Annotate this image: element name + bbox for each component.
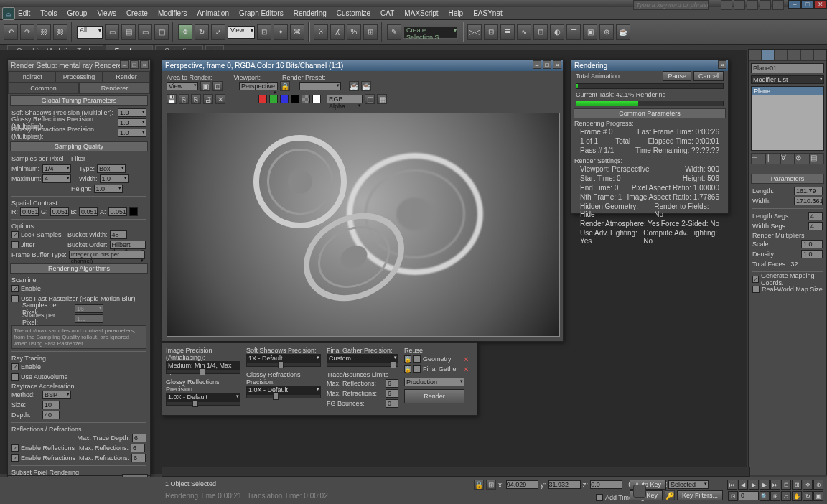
copy-button[interactable]: ⎘ (179, 94, 189, 104)
ss-slider[interactable] (246, 363, 321, 367)
density-spinner[interactable]: 1.0 (801, 250, 823, 258)
help-icon[interactable] (721, 0, 732, 10)
create-tab-icon[interactable] (749, 50, 762, 61)
window-close[interactable]: ✕ (814, 0, 827, 9)
depth-spinner[interactable]: 40 (42, 411, 60, 419)
maxscript-listener[interactable]: Rendering Time 0:00:21 Translation Time:… (165, 492, 328, 500)
nav-icon[interactable]: ✥ (803, 480, 813, 490)
channel-g-button[interactable] (269, 95, 278, 103)
panel-maximize[interactable]: □ (130, 60, 139, 69)
menu-rendering[interactable]: Rendering (294, 9, 327, 17)
vp-pan-button[interactable]: ✋ (792, 491, 802, 501)
save-image-button[interactable]: 💾 (167, 94, 177, 104)
shades-px-spinner[interactable]: 1.0 (75, 314, 103, 323)
contrast-swatch[interactable] (129, 207, 138, 216)
reuse-fg-lock[interactable]: 🔒 (404, 365, 411, 373)
bucket-width-spinner[interactable]: 48 (110, 230, 127, 239)
display-tab-icon[interactable] (800, 50, 813, 61)
length-spinner[interactable]: 161.79 (794, 187, 823, 195)
lock-samples-checkbox[interactable]: ✓ (11, 231, 19, 238)
stack-item-plane[interactable]: Plane (752, 87, 823, 95)
soft-shadows-spinner[interactable]: 1.0 (118, 108, 146, 117)
vp-orbit-button[interactable]: ↻ (803, 491, 813, 501)
menu-maxscript[interactable]: MAXScript (404, 9, 438, 17)
angle-snap-button[interactable]: ∡ (330, 24, 345, 40)
reuse-geom-lock[interactable]: 🔒 (404, 355, 411, 363)
modifier-list-dropdown[interactable]: Modifier List (751, 75, 824, 84)
clear-button[interactable]: ✕ (215, 94, 225, 104)
isolate-button[interactable]: ⊡ (728, 491, 738, 501)
size-spinner[interactable]: 10 (42, 401, 60, 409)
select-name-button[interactable]: ▤ (121, 24, 136, 40)
modify-tab-icon[interactable] (762, 50, 775, 61)
align-button[interactable]: ⊟ (484, 24, 498, 40)
menu-modifiers[interactable]: Modifiers (158, 9, 187, 17)
max-dropdown[interactable]: 4 (42, 174, 71, 183)
menu-easynat[interactable]: EASYnat (473, 9, 503, 17)
menu-group[interactable]: Group (67, 9, 88, 17)
width-spinner[interactable]: 1710.361 (794, 197, 823, 205)
ref-coord-dropdown[interactable]: View (228, 26, 255, 39)
scale-button[interactable]: ⤢ (211, 24, 225, 40)
grp-slider[interactable] (166, 401, 240, 406)
mr-spinner[interactable]: 6 (386, 379, 398, 388)
object-name-input[interactable] (751, 63, 824, 73)
tab-renderer[interactable]: Renderer (79, 83, 150, 94)
render-prod-button[interactable]: ⊚ (599, 24, 614, 40)
tab-processing[interactable]: Processing (55, 71, 103, 83)
signin-icon[interactable] (747, 0, 758, 10)
mrf-spinner[interactable]: 6 (386, 389, 398, 398)
cancel-button[interactable]: Cancel (693, 71, 724, 81)
tab-indirect-illum[interactable]: Indirect Illumination (8, 71, 55, 83)
a-spinner[interactable]: 0.051 (108, 207, 127, 216)
vp-zoom-all-button[interactable]: ⊞ (770, 491, 780, 501)
bg-swatch[interactable] (312, 95, 321, 103)
configure-button[interactable]: ▤ (810, 153, 824, 164)
geom-clear-button[interactable]: ✕ (463, 355, 469, 363)
g-spinner[interactable]: 0.051 (50, 207, 69, 216)
layers-button[interactable]: ≣ (500, 24, 515, 40)
teapot-prod-button[interactable]: ☕ (349, 81, 359, 91)
link-button[interactable]: ⛓ (37, 24, 51, 40)
menu-cat[interactable]: CAT (380, 9, 394, 17)
method-dropdown[interactable]: BSP (42, 391, 71, 399)
rw-maximize[interactable]: □ (543, 60, 551, 69)
tab-render-elements[interactable]: Render Elements (103, 71, 150, 83)
height-spinner[interactable]: 1.0 (94, 185, 123, 193)
nav2-icon[interactable]: ⊕ (813, 480, 823, 490)
glossy-refl-spinner[interactable]: 1.0 (118, 118, 146, 127)
rd-close[interactable]: × (718, 60, 726, 69)
menu-customize[interactable]: Customize (337, 9, 370, 17)
lock-selection-button[interactable]: 🔒 (474, 480, 484, 490)
fbt-dropdown[interactable]: Integer (16 bits per channel) (69, 251, 145, 259)
grr-slider[interactable] (246, 394, 321, 398)
percent-snap-button[interactable]: % (347, 24, 361, 40)
en-refr-checkbox[interactable]: ✓ (11, 454, 19, 462)
viewport-dropdown[interactable]: Perspective (239, 82, 278, 90)
channel-b-button[interactable] (280, 95, 289, 103)
redo-button[interactable]: ↷ (20, 24, 34, 40)
area-dropdown[interactable]: View (167, 82, 198, 90)
rw-minimize[interactable]: – (533, 60, 541, 69)
channel-mono-button[interactable] (302, 95, 310, 103)
channel-r-button[interactable] (258, 95, 267, 103)
channel-alpha-button[interactable] (291, 95, 299, 103)
gmc-checkbox[interactable]: ✓ (752, 276, 759, 283)
rendering-algorithms-header[interactable]: Rendering Algorithms (10, 263, 148, 274)
snap-button[interactable]: 3 (314, 24, 328, 40)
current-frame-spinner[interactable]: 0 (739, 491, 759, 500)
spinner-snap-button[interactable]: ⊞ (363, 24, 378, 40)
rotate-button[interactable]: ↻ (195, 24, 209, 40)
motion-tab-icon[interactable] (788, 50, 800, 61)
material-editor-button[interactable]: ◐ (550, 24, 564, 40)
absolute-mode-button[interactable]: ⊞ (486, 480, 496, 490)
fast-rasterizer-checkbox[interactable] (11, 295, 19, 302)
time-slider[interactable] (162, 467, 750, 477)
min-dropdown[interactable]: 1/4 (42, 164, 71, 173)
fg-slider[interactable] (327, 363, 398, 367)
time-config-button[interactable]: ⊞ (792, 480, 802, 490)
named-selection-dropdown[interactable]: Create Selection S (403, 26, 458, 39)
utilities-tab-icon[interactable] (813, 50, 826, 61)
select-button[interactable]: ▭ (105, 24, 119, 40)
edit-named-sel-button[interactable]: ✎ (387, 24, 401, 40)
